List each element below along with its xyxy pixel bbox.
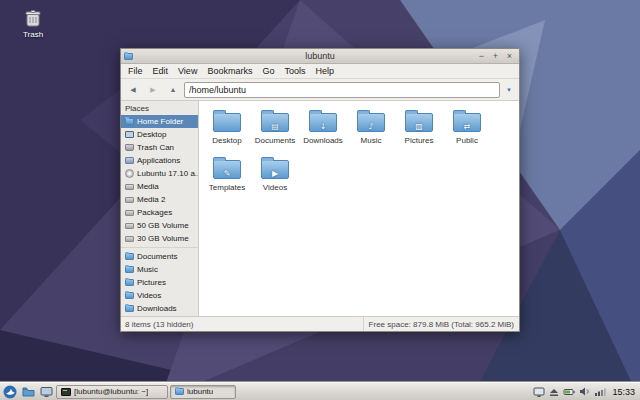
sidebar-item-lubuntu-disc[interactable]: Lubuntu 17.10 a... [121,167,198,180]
sidebar-item-desktop[interactable]: Desktop [121,128,198,141]
forward-button[interactable]: ▶ [144,82,162,98]
close-button[interactable]: × [503,51,516,62]
lubuntu-logo-icon [3,385,17,399]
sidebar-separator [121,247,198,248]
folder-icon: ▶ [261,160,289,179]
back-button[interactable]: ◀ [124,82,142,98]
folder-icon: ↓ [309,113,337,132]
menu-go[interactable]: Go [257,66,279,76]
network-signal-icon[interactable] [594,387,606,397]
folder-icon [125,292,134,299]
path-history-button[interactable]: ▼ [502,82,516,98]
drive-icon [125,184,134,190]
folder-icon: ▤ [261,113,289,132]
task-button-terminal[interactable]: [lubuntu@lubuntu: ~] [56,385,168,399]
folder-item-downloads[interactable]: ↓ Downloads [299,107,347,154]
file-view: Desktop ▤ Documents ↓ Downloads ♪ Music … [199,101,519,316]
disc-icon [125,169,134,178]
folder-item-desktop[interactable]: Desktop [203,107,251,154]
folder-icon [213,113,241,132]
eject-icon[interactable] [549,387,559,397]
toolbar: ◀ ▶ ▲ ▼ [121,79,519,101]
drive-icon [125,236,134,242]
menu-tools[interactable]: Tools [279,66,310,76]
places-sidebar: Places Home Folder Desktop Trash Can App… [121,101,199,316]
file-manager-window: lubuntu − + × File Edit View Bookmarks G… [120,48,520,332]
start-menu-button[interactable] [2,384,18,400]
applications-icon [125,157,134,164]
maximize-button[interactable]: + [489,51,502,62]
up-button[interactable]: ▲ [164,82,182,98]
folder-icon: ▨ [405,113,433,132]
folder-item-public[interactable]: ⇄ Public [443,107,491,154]
volume-icon[interactable] [579,386,590,397]
folder-item-templates[interactable]: ✎ Templates [203,154,251,201]
menu-view[interactable]: View [173,66,202,76]
folder-item-documents[interactable]: ▤ Documents [251,107,299,154]
folder-icon: ♪ [357,113,385,132]
path-input[interactable] [184,82,500,98]
folder-icon: ✎ [213,160,241,179]
trash-icon [23,8,43,28]
drive-icon [125,223,134,229]
sidebar-item-music[interactable]: Music [121,263,198,276]
sidebar-item-30gb-volume[interactable]: 30 GB Volume [121,232,198,245]
sidebar-item-packages[interactable]: Packages [121,206,198,219]
folder-icon [125,305,134,312]
task-button-file-manager[interactable]: lubuntu [170,385,236,399]
folder-item-pictures[interactable]: ▨ Pictures [395,107,443,154]
system-tray: 15:33 [533,386,638,398]
folder-item-videos[interactable]: ▶ Videos [251,154,299,201]
sidebar-item-pictures[interactable]: Pictures [121,276,198,289]
drive-icon [125,210,134,216]
sidebar-item-applications[interactable]: Applications [121,154,198,167]
sidebar-item-media[interactable]: Media [121,180,198,193]
terminal-icon [61,388,71,396]
menu-bookmarks[interactable]: Bookmarks [202,66,257,76]
sidebar-item-home-folder[interactable]: Home Folder [121,115,198,128]
desktop-monitor-icon [40,386,53,398]
sidebar-item-trash-can[interactable]: Trash Can [121,141,198,154]
folder-icon: ⇄ [453,113,481,132]
show-desktop-button[interactable] [38,384,54,400]
menu-help[interactable]: Help [310,66,339,76]
menu-edit[interactable]: Edit [148,66,174,76]
sidebar-item-documents[interactable]: Documents [121,250,198,263]
desktop-icon [125,131,134,138]
clock[interactable]: 15:33 [612,387,635,397]
sidebar-item-videos[interactable]: Videos [121,289,198,302]
menu-file[interactable]: File [123,66,148,76]
minimize-button[interactable]: − [475,51,488,62]
menu-bar: File Edit View Bookmarks Go Tools Help [121,64,519,79]
folder-icon [125,279,134,286]
sidebar-item-media-2[interactable]: Media 2 [121,193,198,206]
free-space-text: Free space: 879.8 MiB (Total: 965.2 MiB) [363,317,519,331]
trash-label: Trash [10,30,56,39]
folder-icon [125,266,134,273]
home-folder-icon [125,118,134,125]
sidebar-item-50gb-volume[interactable]: 50 GB Volume [121,219,198,232]
sidebar-item-downloads[interactable]: Downloads [121,302,198,315]
window-title: lubuntu [121,51,519,61]
window-titlebar[interactable]: lubuntu − + × [121,49,519,64]
file-manager-launcher[interactable] [20,384,36,400]
desktop-trash-shortcut[interactable]: Trash [10,8,56,39]
battery-icon[interactable] [563,387,575,397]
folder-icon [125,253,134,260]
status-bar: 8 items (13 hidden) Free space: 879.8 Mi… [121,316,519,331]
folder-icon [175,388,184,395]
screen-monitor-icon[interactable] [533,386,545,398]
places-header: Places [121,102,198,115]
file-manager-icon [22,386,35,398]
item-count-text: 8 items (13 hidden) [121,320,363,329]
folder-item-music[interactable]: ♪ Music [347,107,395,154]
trash-can-icon [125,144,134,151]
taskbar: [lubuntu@lubuntu: ~] lubuntu [0,382,640,400]
drive-icon [125,197,134,203]
